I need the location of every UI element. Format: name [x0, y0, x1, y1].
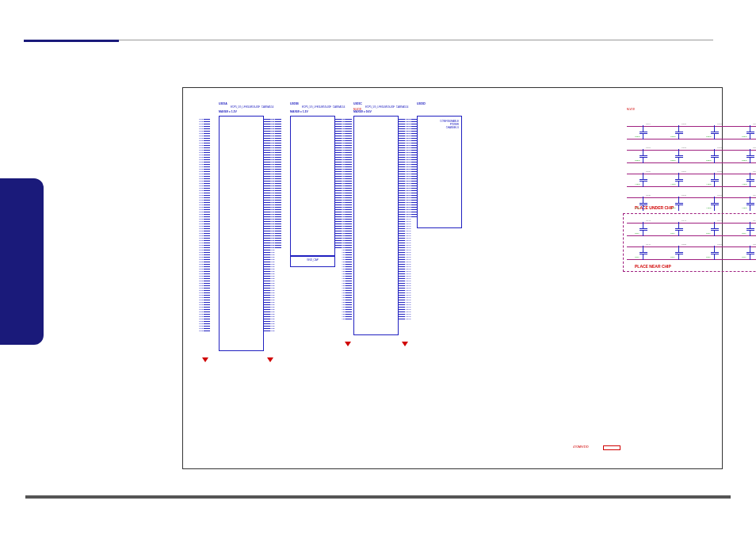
capacitor: C15010uF: [678, 250, 680, 256]
capacitor: C138470nF: [750, 201, 751, 207]
rail-2-bot: [627, 162, 756, 163]
chip-part-c: ECP5_5G_LFE5UM5G-85F_CABGA554: [365, 105, 408, 109]
capacitor: C115100nF: [678, 129, 680, 136]
gnd-arrow-c: [345, 342, 351, 346]
capacitor: C114100nF: [643, 129, 644, 136]
rail-3-top: [627, 174, 756, 174]
side-tab: [0, 178, 44, 345]
note-near-chip: PLACE NEAR CHIP: [635, 264, 671, 269]
capacitor: C15210uF: [750, 250, 751, 256]
chip-ref-d: U301D: [417, 102, 426, 105]
chip-block-b: [290, 116, 335, 256]
capacitor: C129470nF: [678, 177, 680, 183]
gnd-arrow-c2: [402, 342, 408, 346]
rail-2-top: [627, 150, 756, 151]
capacitor: C14410uF: [714, 226, 716, 232]
chip-block-d: [417, 116, 462, 228]
chip-ref-a: U301A: [219, 102, 227, 105]
chip-d-pins-left: VSSIOVSSIOVSSIOVSSIOVSSIOVSSIOVSSIOVSSIO…: [405, 118, 418, 218]
config-note: CONFIGURABLE POWER CHANNELS: [437, 120, 459, 129]
rail-5-bot: [627, 235, 756, 236]
power-bottom-label: 470M/VDD: [573, 445, 589, 449]
capacitor: C14310uF: [678, 226, 680, 232]
capacitor: C122100nF: [678, 153, 680, 159]
capacitor: C14910uF: [643, 250, 644, 256]
mvdd-label: M-VDD: [353, 108, 361, 111]
chip-power-a: MAX69 = 1.2V: [219, 110, 237, 113]
note-under-chip: PLACE UNDER CHIP: [635, 205, 674, 210]
footer-rule: [25, 495, 731, 499]
chip-block-a: [219, 116, 264, 351]
header-rule-dark: [24, 40, 119, 42]
capacitor: C130470nF: [714, 177, 716, 183]
chip-power-b: MAX69 = 1.2V: [290, 110, 308, 113]
capacitor: C116100nF: [714, 129, 716, 136]
gnd-cap-box: GND_CAP: [290, 256, 335, 267]
rail-3-bot: [627, 186, 756, 187]
capacitor: C117100nF: [750, 129, 751, 136]
chip-part-b: ECP5_5G_LFE5UM5G-85F_CABGA554: [302, 105, 345, 109]
power-rail-label: M-VDD: [627, 108, 635, 111]
chip-b-pins-left: GNDGNDGNDGNDGNDGNDGNDGNDGNDGNDGNDGNDGNDG…: [270, 118, 281, 249]
rail-6-bot: [627, 259, 756, 260]
chip-ref-b: U301B: [290, 102, 299, 105]
rail-1-top: [627, 126, 756, 127]
gnd-arrow-a: [202, 357, 208, 362]
power-symbol: [603, 445, 620, 450]
header-rule-light: [119, 40, 713, 40]
rail-1-bot: [627, 139, 756, 139]
chip-ref-c: U301C: [353, 102, 362, 105]
schematic-frame: U301A ECP5_5G_LFE5UM5G-85F_CABGA554 MAX6…: [182, 87, 723, 469]
chip-a-pins-left: GNDGNDGNDGNDGNDGNDGNDGNDGNDGNDGNDGNDGNDG…: [199, 118, 210, 332]
chip-block-c: [353, 116, 399, 335]
rail-4-top: [627, 197, 756, 198]
chip-c-pins-left: VDDVDDVDDVDDVDDVDDVDDVDDVDDVDDVDDVDDVDDV…: [342, 118, 352, 320]
rail-5-top: [627, 223, 756, 224]
capacitor: C135470nF: [643, 201, 644, 207]
capacitor: C131470nF: [750, 177, 751, 183]
capacitor: C128470nF: [643, 177, 644, 183]
capacitor: C121100nF: [643, 153, 644, 159]
capacitor: C124100nF: [750, 153, 751, 159]
capacitor: C136470nF: [678, 201, 680, 207]
capacitor: C14510uF: [750, 226, 751, 232]
rail-6-top: [627, 246, 756, 247]
capacitor: C123100nF: [714, 153, 716, 159]
capacitor: C137470nF: [714, 201, 716, 207]
capacitor: C14210uF: [643, 226, 644, 232]
gnd-cap-label: GND_CAP: [307, 258, 319, 262]
capacitor: C15110uF: [714, 250, 716, 256]
chip-part-a: ECP5_5G_LFE5UM5G-85F_CABGA554: [231, 105, 273, 109]
gnd-arrow-a2: [267, 357, 273, 362]
